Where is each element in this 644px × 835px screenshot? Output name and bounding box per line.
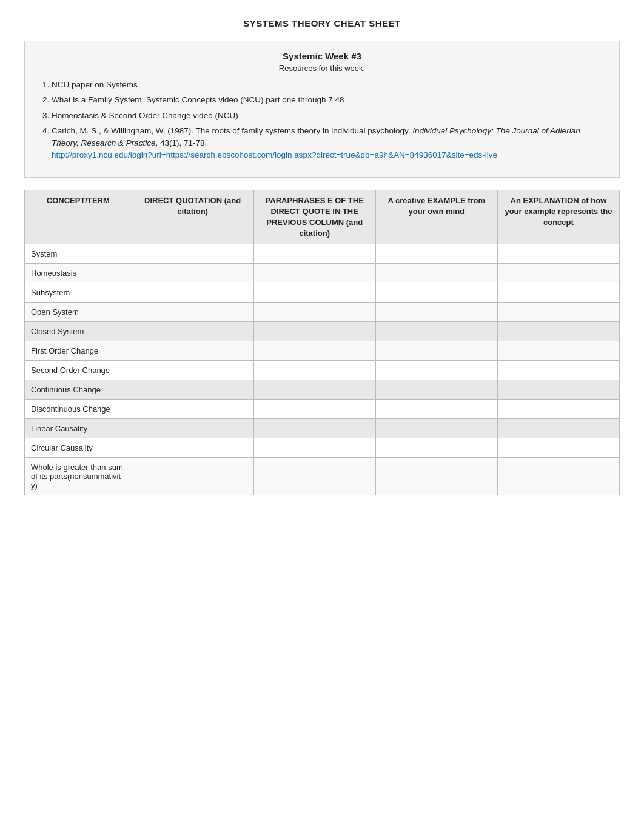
table-cell-empty — [132, 380, 253, 400]
table-cell-empty — [375, 458, 497, 495]
table-row: Continuous Change — [25, 380, 620, 400]
table-cell-empty — [132, 341, 253, 361]
table-row: Circular Causality — [25, 438, 620, 458]
table-cell-empty — [375, 264, 497, 283]
table-cell-empty — [132, 458, 253, 495]
table-cell-empty — [497, 244, 619, 264]
header-concept-term: CONCEPT/TERM — [25, 190, 132, 244]
table-cell-term: Open System — [25, 303, 132, 322]
table-cell-term: Closed System — [25, 322, 132, 341]
page-title: SYSTEMS THEORY CHEAT SHEET — [24, 18, 620, 29]
table-row: First Order Change — [25, 341, 620, 361]
table-cell-empty — [497, 380, 619, 400]
table-cell-empty — [497, 419, 619, 438]
table-row: Second Order Change — [25, 361, 620, 380]
resource-4-text-after: , 43(1), 71-78. — [156, 138, 207, 147]
table-cell-term: Subsystem — [25, 283, 132, 303]
resource-item-1: NCU paper on Systems — [52, 79, 605, 91]
table-cell-empty — [375, 244, 497, 264]
table-cell-term: Continuous Change — [25, 380, 132, 400]
table-cell-empty — [497, 322, 619, 341]
table-cell-empty — [132, 303, 253, 322]
cheat-table: CONCEPT/TERM DIRECT QUOTATION (and citat… — [24, 190, 620, 496]
header-paraphrase: PARAPHRASES E OF THE DIRECT QUOTE IN THE… — [253, 190, 375, 244]
table-cell-empty — [497, 361, 619, 380]
table-cell-empty — [375, 341, 497, 361]
table-cell-empty — [132, 264, 253, 283]
resources-list: NCU paper on Systems What is a Family Sy… — [52, 79, 605, 162]
table-cell-empty — [497, 341, 619, 361]
table-cell-empty — [253, 458, 375, 495]
table-cell-empty — [132, 361, 253, 380]
table-row: Subsystem — [25, 283, 620, 303]
table-row: Homeostasis — [25, 264, 620, 283]
table-row: System — [25, 244, 620, 264]
table-cell-empty — [253, 380, 375, 400]
week-title: Systemic Week #3 — [39, 51, 605, 61]
table-cell-term: Second Order Change — [25, 361, 132, 380]
table-cell-term: Whole is greater than sum of its parts(n… — [25, 458, 132, 495]
table-cell-empty — [375, 283, 497, 303]
table-row: Discontinuous Change — [25, 400, 620, 419]
table-cell-empty — [497, 283, 619, 303]
table-cell-empty — [132, 438, 253, 458]
table-header-row: CONCEPT/TERM DIRECT QUOTATION (and citat… — [25, 190, 620, 244]
table-cell-empty — [132, 283, 253, 303]
table-cell-term: Linear Causality — [25, 419, 132, 438]
table-cell-empty — [253, 400, 375, 419]
table-cell-term: First Order Change — [25, 341, 132, 361]
table-cell-empty — [375, 361, 497, 380]
table-cell-empty — [375, 322, 497, 341]
resource-4-link[interactable]: http://proxy1.ncu.edu/login?url=https://… — [52, 150, 497, 159]
table-cell-empty — [132, 322, 253, 341]
table-cell-empty — [253, 341, 375, 361]
table-cell-empty — [497, 438, 619, 458]
table-row: Closed System — [25, 322, 620, 341]
table-cell-empty — [253, 264, 375, 283]
table-cell-empty — [497, 264, 619, 283]
table-cell-empty — [253, 419, 375, 438]
table-row: Linear Causality — [25, 419, 620, 438]
table-cell-empty — [132, 400, 253, 419]
table-cell-empty — [375, 419, 497, 438]
table-cell-empty — [375, 400, 497, 419]
table-row: Whole is greater than sum of its parts(n… — [25, 458, 620, 495]
table-cell-term: Discontinuous Change — [25, 400, 132, 419]
header-direct-quote: DIRECT QUOTATION (and citation) — [132, 190, 253, 244]
table-cell-empty — [253, 361, 375, 380]
resource-4-text-before: Carich, M. S., & Willingham, W. (1987). … — [52, 126, 412, 135]
table-cell-term: System — [25, 244, 132, 264]
table-cell-empty — [253, 322, 375, 341]
table-cell-empty — [375, 380, 497, 400]
table-cell-term: Homeostasis — [25, 264, 132, 283]
table-cell-empty — [375, 438, 497, 458]
table-cell-empty — [497, 303, 619, 322]
table-cell-empty — [132, 419, 253, 438]
table-row: Open System — [25, 303, 620, 322]
resource-item-3: Homeostasis & Second Order Change video … — [52, 110, 605, 122]
table-cell-empty — [497, 400, 619, 419]
header-explanation: An EXPLANATION of how your example repre… — [497, 190, 619, 244]
header-example: A creative EXAMPLE from your own mind — [375, 190, 497, 244]
table-cell-empty — [253, 438, 375, 458]
resource-item-4: Carich, M. S., & Willingham, W. (1987). … — [52, 125, 605, 162]
table-cell-empty — [253, 283, 375, 303]
table-cell-empty — [497, 458, 619, 495]
week-box: Systemic Week #3 Resources for this week… — [24, 41, 620, 178]
table-cell-empty — [132, 244, 253, 264]
table-cell-term: Circular Causality — [25, 438, 132, 458]
resource-item-2: What is a Family System: Systemic Concep… — [52, 94, 605, 106]
table-cell-empty — [253, 244, 375, 264]
table-cell-empty — [253, 303, 375, 322]
week-subtitle: Resources for this week: — [39, 64, 605, 73]
table-cell-empty — [375, 303, 497, 322]
